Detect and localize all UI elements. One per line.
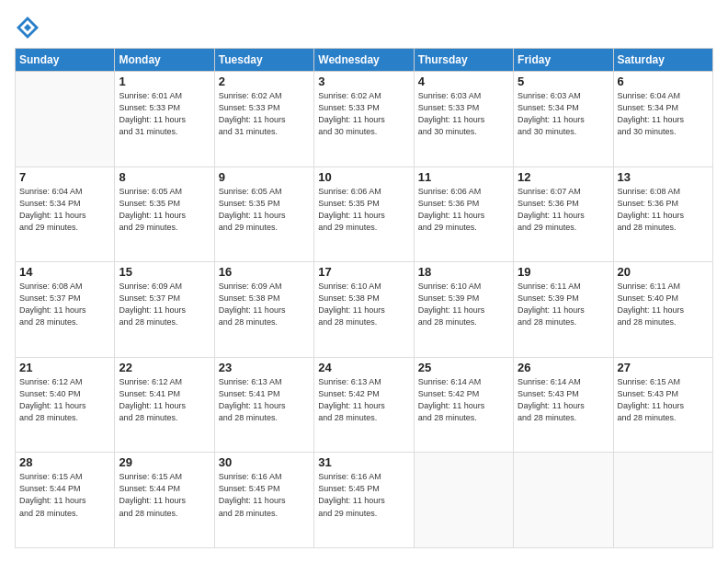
day-info: Sunrise: 6:16 AM Sunset: 5:45 PM Dayligh… [219,471,310,519]
calendar-day-12: 12Sunrise: 6:07 AM Sunset: 5:36 PM Dayli… [514,167,613,262]
day-number: 28 [19,455,110,469]
day-number: 5 [518,75,609,88]
day-info: Sunrise: 6:04 AM Sunset: 5:34 PM Dayligh… [19,186,110,234]
calendar-day-31: 31Sunrise: 6:16 AM Sunset: 5:45 PM Dayli… [314,453,414,548]
logo [15,15,44,40]
day-info: Sunrise: 6:08 AM Sunset: 5:36 PM Dayligh… [618,186,709,234]
day-number: 31 [318,455,409,469]
day-info: Sunrise: 6:05 AM Sunset: 5:35 PM Dayligh… [219,186,310,234]
day-info: Sunrise: 6:15 AM Sunset: 5:43 PM Dayligh… [618,376,709,424]
day-info: Sunrise: 6:12 AM Sunset: 5:40 PM Dayligh… [19,376,110,424]
day-number: 22 [119,361,210,374]
calendar-day-22: 22Sunrise: 6:12 AM Sunset: 5:41 PM Dayli… [115,357,214,453]
calendar-header-row: SundayMondayTuesdayWednesdayThursdayFrid… [16,49,713,72]
day-info: Sunrise: 6:10 AM Sunset: 5:39 PM Dayligh… [418,281,509,328]
calendar-day-11: 11Sunrise: 6:06 AM Sunset: 5:36 PM Dayli… [414,167,513,262]
day-number: 21 [19,361,110,374]
calendar-day-6: 6Sunrise: 6:04 AM Sunset: 5:34 PM Daylig… [613,72,712,167]
day-info: Sunrise: 6:16 AM Sunset: 5:45 PM Dayligh… [318,471,409,519]
day-number: 15 [119,265,210,279]
day-number: 24 [318,361,409,374]
calendar-day-8: 8Sunrise: 6:05 AM Sunset: 5:35 PM Daylig… [115,167,214,262]
calendar-header-sunday: Sunday [16,49,115,72]
calendar-week-2: 14Sunrise: 6:08 AM Sunset: 5:37 PM Dayli… [16,262,713,358]
day-number: 25 [418,361,509,374]
day-info: Sunrise: 6:07 AM Sunset: 5:36 PM Dayligh… [518,186,609,234]
calendar-week-4: 28Sunrise: 6:15 AM Sunset: 5:44 PM Dayli… [16,453,713,548]
day-number: 6 [618,75,709,88]
day-number: 7 [19,170,110,184]
day-number: 27 [618,361,709,374]
day-number: 26 [518,361,609,374]
day-info: Sunrise: 6:10 AM Sunset: 5:38 PM Dayligh… [318,281,409,328]
day-info: Sunrise: 6:11 AM Sunset: 5:39 PM Dayligh… [518,281,609,328]
day-info: Sunrise: 6:11 AM Sunset: 5:40 PM Dayligh… [618,281,709,328]
calendar-week-3: 21Sunrise: 6:12 AM Sunset: 5:40 PM Dayli… [16,357,713,453]
calendar-day-empty [414,453,513,548]
header [15,15,713,40]
calendar-header-wednesday: Wednesday [314,49,414,72]
day-info: Sunrise: 6:09 AM Sunset: 5:38 PM Dayligh… [219,281,310,328]
day-info: Sunrise: 6:15 AM Sunset: 5:44 PM Dayligh… [119,471,210,519]
day-info: Sunrise: 6:14 AM Sunset: 5:42 PM Dayligh… [418,376,509,424]
calendar-day-29: 29Sunrise: 6:15 AM Sunset: 5:44 PM Dayli… [115,453,214,548]
calendar-day-1: 1Sunrise: 6:01 AM Sunset: 5:33 PM Daylig… [115,72,214,167]
calendar-day-16: 16Sunrise: 6:09 AM Sunset: 5:38 PM Dayli… [214,262,313,358]
calendar-day-14: 14Sunrise: 6:08 AM Sunset: 5:37 PM Dayli… [16,262,115,358]
calendar: SundayMondayTuesdayWednesdayThursdayFrid… [15,48,713,548]
calendar-day-2: 2Sunrise: 6:02 AM Sunset: 5:33 PM Daylig… [214,72,313,167]
calendar-header-saturday: Saturday [613,49,712,72]
day-number: 17 [318,265,409,279]
day-number: 10 [318,170,409,184]
day-number: 19 [518,265,609,279]
day-info: Sunrise: 6:09 AM Sunset: 5:37 PM Dayligh… [119,281,210,328]
day-number: 3 [318,75,409,88]
day-number: 16 [219,265,310,279]
logo-icon [15,15,40,40]
calendar-day-30: 30Sunrise: 6:16 AM Sunset: 5:45 PM Dayli… [214,453,313,548]
day-info: Sunrise: 6:05 AM Sunset: 5:35 PM Dayligh… [119,186,210,234]
day-number: 12 [518,170,609,184]
day-info: Sunrise: 6:15 AM Sunset: 5:44 PM Dayligh… [19,471,110,519]
day-number: 20 [618,265,709,279]
day-number: 29 [119,455,210,469]
day-info: Sunrise: 6:02 AM Sunset: 5:33 PM Dayligh… [219,90,310,138]
calendar-header-friday: Friday [514,49,613,72]
calendar-day-13: 13Sunrise: 6:08 AM Sunset: 5:36 PM Dayli… [613,167,712,262]
calendar-day-25: 25Sunrise: 6:14 AM Sunset: 5:42 PM Dayli… [414,357,513,453]
day-info: Sunrise: 6:08 AM Sunset: 5:37 PM Dayligh… [19,281,110,328]
calendar-day-17: 17Sunrise: 6:10 AM Sunset: 5:38 PM Dayli… [314,262,414,358]
page: SundayMondayTuesdayWednesdayThursdayFrid… [0,0,728,563]
day-info: Sunrise: 6:04 AM Sunset: 5:34 PM Dayligh… [618,90,709,138]
day-number: 1 [119,75,210,88]
calendar-header-monday: Monday [115,49,214,72]
calendar-day-24: 24Sunrise: 6:13 AM Sunset: 5:42 PM Dayli… [314,357,414,453]
day-info: Sunrise: 6:13 AM Sunset: 5:41 PM Dayligh… [219,376,310,424]
day-number: 9 [219,170,310,184]
calendar-header-tuesday: Tuesday [214,49,313,72]
calendar-day-9: 9Sunrise: 6:05 AM Sunset: 5:35 PM Daylig… [214,167,313,262]
day-number: 23 [219,361,310,374]
calendar-day-empty [613,453,712,548]
calendar-day-28: 28Sunrise: 6:15 AM Sunset: 5:44 PM Dayli… [16,453,115,548]
day-info: Sunrise: 6:06 AM Sunset: 5:36 PM Dayligh… [418,186,509,234]
calendar-day-21: 21Sunrise: 6:12 AM Sunset: 5:40 PM Dayli… [16,357,115,453]
day-number: 11 [418,170,509,184]
calendar-day-10: 10Sunrise: 6:06 AM Sunset: 5:35 PM Dayli… [314,167,414,262]
day-info: Sunrise: 6:14 AM Sunset: 5:43 PM Dayligh… [518,376,609,424]
calendar-day-5: 5Sunrise: 6:03 AM Sunset: 5:34 PM Daylig… [514,72,613,167]
calendar-day-3: 3Sunrise: 6:02 AM Sunset: 5:33 PM Daylig… [314,72,414,167]
day-info: Sunrise: 6:02 AM Sunset: 5:33 PM Dayligh… [318,90,409,138]
calendar-day-15: 15Sunrise: 6:09 AM Sunset: 5:37 PM Dayli… [115,262,214,358]
calendar-day-empty [16,72,115,167]
calendar-day-20: 20Sunrise: 6:11 AM Sunset: 5:40 PM Dayli… [613,262,712,358]
day-info: Sunrise: 6:03 AM Sunset: 5:33 PM Dayligh… [418,90,509,138]
calendar-day-19: 19Sunrise: 6:11 AM Sunset: 5:39 PM Dayli… [514,262,613,358]
calendar-day-23: 23Sunrise: 6:13 AM Sunset: 5:41 PM Dayli… [214,357,313,453]
day-info: Sunrise: 6:01 AM Sunset: 5:33 PM Dayligh… [119,90,210,138]
calendar-day-26: 26Sunrise: 6:14 AM Sunset: 5:43 PM Dayli… [514,357,613,453]
day-number: 14 [19,265,110,279]
day-info: Sunrise: 6:03 AM Sunset: 5:34 PM Dayligh… [518,90,609,138]
day-info: Sunrise: 6:12 AM Sunset: 5:41 PM Dayligh… [119,376,210,424]
day-number: 8 [119,170,210,184]
